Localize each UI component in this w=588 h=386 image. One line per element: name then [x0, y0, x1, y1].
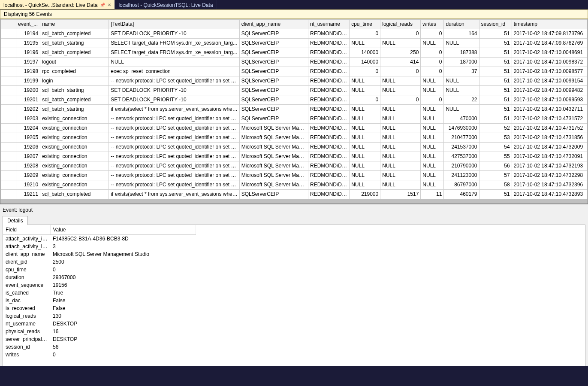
cell-dur[interactable]: 210790000 [444, 161, 479, 171]
cell-ts[interactable]: 2017-10-02 18:47:09.8762769 [512, 39, 587, 48]
table-row[interactable]: 19197logoutNULLSQLServerCEIPREDMOND\DES.… [1, 58, 588, 67]
cell-sess[interactable]: 54 [479, 143, 512, 152]
cell-event[interactable]: 19210 [16, 180, 40, 190]
table-row[interactable]: 19196sql_batch_completedSELECT target_da… [1, 48, 588, 58]
cell-writes[interactable]: NULL [421, 152, 444, 161]
row-selector-header[interactable] [1, 20, 16, 29]
table-row[interactable]: 19204existing_connection-- network proto… [1, 124, 588, 133]
details-row[interactable]: duration29367000 [3, 274, 196, 281]
cell-text[interactable]: -- network protocol: LPC set quoted_iden… [109, 152, 239, 161]
cell-ts[interactable]: 2017-10-02 18:47:10.4732298 [512, 171, 587, 180]
cell-app[interactable]: Microsoft SQL Server Manage... [239, 152, 308, 161]
cell-sess[interactable]: 51 [479, 95, 512, 105]
cell-logical[interactable]: NULL [380, 161, 421, 171]
cell-cpu[interactable]: 140000 [350, 48, 380, 58]
table-row[interactable]: 19198rpc_completedexec sp_reset_connecti… [1, 67, 588, 76]
cell-text[interactable]: SELECT target_data FROM sys.dm_xe_sessio… [109, 48, 239, 58]
pin-icon[interactable]: 📌 [100, 3, 105, 7]
row-selector-cell[interactable] [1, 133, 16, 143]
cell-app[interactable]: SQLServerCEIP [239, 86, 308, 95]
cell-ts[interactable]: 2017-10-02 18:47:09.8173796 [512, 29, 587, 39]
cell-name[interactable]: login [40, 76, 109, 86]
row-selector-cell[interactable] [1, 48, 16, 58]
details-row[interactable]: cpu_time0 [3, 266, 196, 274]
cell-nt[interactable]: REDMOND\DES... [308, 133, 350, 143]
cell-name[interactable]: sql_batch_starting [40, 105, 109, 114]
cell-logical[interactable]: NULL [380, 133, 421, 143]
cell-sess[interactable]: 51 [479, 114, 512, 124]
cell-text[interactable]: -- network protocol: LPC set quoted_iden… [109, 161, 239, 171]
cell-app[interactable]: Microsoft SQL Server Manage... [239, 171, 308, 180]
row-selector-cell[interactable] [1, 124, 16, 133]
cell-writes[interactable]: NULL [421, 124, 444, 133]
cell-nt[interactable]: REDMOND\DES... [308, 124, 350, 133]
cell-text[interactable]: -- network protocol: LPC set quoted_iden… [109, 171, 239, 180]
cell-name[interactable]: existing_connection [40, 152, 109, 161]
row-selector-cell[interactable] [1, 95, 16, 105]
cell-cpu[interactable]: NULL [350, 152, 380, 161]
cell-app[interactable]: Microsoft SQL Server Manage... [239, 161, 308, 171]
cell-dur[interactable]: 241537000 [444, 143, 479, 152]
cell-event[interactable]: 19206 [16, 143, 40, 152]
table-row[interactable]: 19208existing_connection-- network proto… [1, 161, 588, 171]
col-writes[interactable]: writes [421, 20, 444, 29]
row-selector-cell[interactable] [1, 67, 16, 76]
cell-name[interactable]: sql_batch_starting [40, 39, 109, 48]
details-row[interactable]: physical_reads16 [3, 328, 196, 335]
cell-nt[interactable]: REDMOND\DES... [308, 48, 350, 58]
cell-sess[interactable]: 52 [479, 124, 512, 133]
cell-ts[interactable]: 2017-10-02 18:47:10.4731856 [512, 133, 587, 143]
cell-app[interactable]: SQLServerCEIP [239, 76, 308, 86]
cell-logical[interactable]: NULL [380, 171, 421, 180]
cell-logical[interactable]: 414 [380, 58, 421, 67]
cell-ts[interactable]: 2017-10-02 18:47:10.4732893 [512, 190, 587, 199]
cell-dur[interactable]: 241123000 [444, 171, 479, 180]
cell-dur[interactable]: 187388 [444, 48, 479, 58]
cell-logical[interactable]: NULL [380, 114, 421, 124]
cell-text[interactable]: exec sp_reset_connection [109, 67, 239, 76]
cell-event[interactable]: 19209 [16, 171, 40, 180]
cell-writes[interactable]: NULL [421, 143, 444, 152]
cell-nt[interactable]: REDMOND\DES... [308, 171, 350, 180]
row-selector-cell[interactable] [1, 105, 16, 114]
cell-event[interactable]: 19208 [16, 161, 40, 171]
details-row[interactable]: server_principal_na...DESKTOP [3, 335, 196, 343]
cell-ts[interactable]: 2017-10-02 18:47:10.0099593 [512, 95, 587, 105]
col-name[interactable]: name [40, 20, 109, 29]
cell-dur[interactable]: 1476930000 [444, 124, 479, 133]
close-icon[interactable]: ✕ [108, 3, 111, 7]
col-ts[interactable]: timestamp [512, 20, 587, 29]
cell-nt[interactable]: REDMOND\DES... [308, 190, 350, 199]
cell-name[interactable]: sql_batch_completed [40, 190, 109, 199]
cell-writes[interactable]: NULL [421, 114, 444, 124]
cell-cpu[interactable]: 0 [350, 29, 380, 39]
cell-name[interactable]: sql_batch_completed [40, 48, 109, 58]
cell-logical[interactable]: 250 [380, 48, 421, 58]
cell-sess[interactable]: 51 [479, 58, 512, 67]
cell-text[interactable]: if exists(select * from sys.server_event… [109, 105, 239, 114]
cell-event[interactable]: 19211 [16, 190, 40, 199]
cell-logical[interactable]: 0 [380, 67, 421, 76]
cell-dur[interactable]: NULL [444, 86, 479, 95]
cell-dur[interactable]: NULL [444, 39, 479, 48]
cell-cpu[interactable]: 0 [350, 67, 380, 76]
row-selector-cell[interactable] [1, 114, 16, 124]
cell-cpu[interactable]: NULL [350, 171, 380, 180]
cell-ts[interactable]: 2017-10-02 18:47:10.0098577 [512, 67, 587, 76]
col-sess[interactable]: session_id [479, 20, 512, 29]
cell-writes[interactable]: 0 [421, 95, 444, 105]
cell-writes[interactable]: 0 [421, 29, 444, 39]
filter-status-bar[interactable]: Displaying 56 Events [0, 9, 588, 19]
details-row[interactable]: event_sequence19156 [3, 281, 196, 289]
cell-dur[interactable]: 210477000 [444, 133, 479, 143]
cell-sess[interactable]: 56 [479, 161, 512, 171]
details-row[interactable]: logical_reads130 [3, 312, 196, 320]
row-selector-cell[interactable] [1, 180, 16, 190]
cell-dur[interactable]: 460179 [444, 190, 479, 199]
cell-event[interactable]: 19195 [16, 39, 40, 48]
table-row[interactable]: 19207existing_connection-- network proto… [1, 152, 588, 161]
details-row[interactable]: nt_usernameDESKTOP [3, 320, 196, 328]
cell-text[interactable]: NULL [109, 58, 239, 67]
cell-name[interactable]: existing_connection [40, 124, 109, 133]
cell-writes[interactable]: NULL [421, 39, 444, 48]
